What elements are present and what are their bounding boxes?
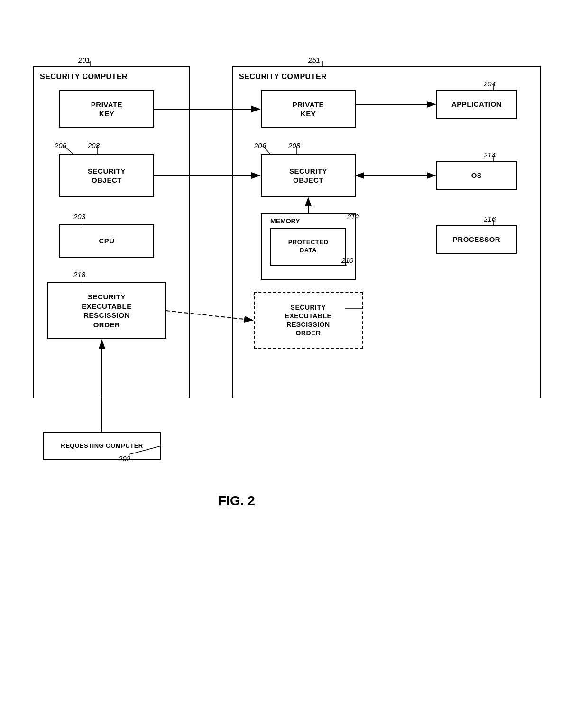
right-private-key: PRIVATE KEY: [261, 90, 356, 128]
processor-box: PROCESSOR: [436, 225, 517, 254]
left-cpu: CPU: [59, 224, 154, 258]
right-computer-label: SECURITY COMPUTER: [239, 72, 327, 82]
left-security-object: SECURITY OBJECT: [59, 154, 154, 197]
right-security-object: SECURITY OBJECT: [261, 154, 356, 197]
ref-208a: 208: [88, 141, 100, 149]
left-private-key: PRIVATE KEY: [59, 90, 154, 128]
ref-201: 201: [78, 56, 90, 64]
memory-label: MEMORY: [270, 217, 300, 225]
figure-label: FIG. 2: [218, 493, 255, 509]
ref-206b: 206: [254, 141, 266, 149]
left-computer-label: SECURITY COMPUTER: [40, 72, 128, 82]
ref-208b: 208: [288, 141, 300, 149]
ref-214: 214: [484, 151, 496, 159]
ref-202: 202: [119, 454, 130, 462]
ref-251: 251: [308, 56, 320, 64]
ref-212: 212: [347, 213, 359, 221]
ref-204: 204: [484, 80, 496, 88]
application-box: APPLICATION: [436, 90, 517, 119]
ref-210: 210: [341, 256, 353, 264]
right-sero: SECURITY EXECUTABLE RESCISSION ORDER: [254, 292, 363, 349]
requesting-computer: REQUESTING COMPUTER: [43, 432, 161, 460]
os-box: OS: [436, 161, 517, 190]
ref-206a: 206: [55, 141, 66, 149]
right-protected-data: PROTECTED DATA: [270, 228, 346, 266]
ref-203: 203: [74, 213, 85, 221]
ref-216: 216: [484, 215, 496, 223]
left-sero: SECURITY EXECUTABLE RESCISSION ORDER: [47, 282, 166, 339]
ref-218a: 218: [74, 270, 85, 278]
